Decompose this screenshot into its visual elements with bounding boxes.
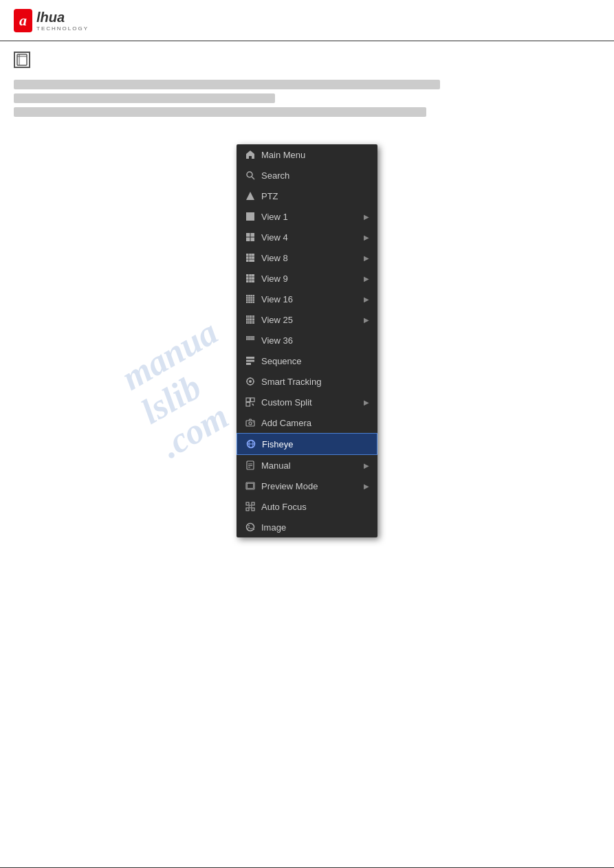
svg-rect-47 — [252, 315, 253, 317]
menu-label-view1: View 1 — [261, 212, 358, 222]
svg-rect-50 — [248, 318, 250, 319]
menu-item-view1[interactable]: View 1 ▶ — [237, 206, 377, 227]
svg-rect-14 — [246, 256, 249, 259]
arrow-view1: ▶ — [364, 213, 369, 221]
view36-icon — [245, 335, 256, 346]
svg-rect-27 — [252, 280, 254, 283]
arrow-view9: ▶ — [364, 275, 369, 282]
svg-rect-72 — [250, 336, 252, 337]
svg-rect-81 — [246, 339, 248, 340]
preview-mode-icon — [245, 480, 256, 491]
view1-icon — [245, 211, 256, 222]
svg-rect-26 — [249, 280, 252, 283]
svg-rect-36 — [246, 299, 248, 301]
svg-rect-70 — [248, 336, 249, 337]
svg-rect-40 — [246, 302, 248, 304]
svg-rect-71 — [249, 336, 250, 337]
logo-icon: a — [19, 12, 27, 30]
svg-rect-7 — [246, 233, 250, 237]
svg-rect-69 — [246, 336, 248, 337]
svg-rect-53 — [253, 318, 254, 319]
svg-rect-23 — [249, 277, 252, 280]
svg-rect-67 — [252, 322, 253, 324]
svg-rect-114 — [252, 502, 254, 505]
svg-rect-41 — [248, 302, 250, 304]
arrow-view4: ▶ — [364, 234, 369, 241]
svg-rect-57 — [252, 319, 253, 320]
svg-rect-29 — [248, 295, 250, 297]
note-icon — [14, 52, 30, 68]
text-lines — [0, 76, 614, 131]
svg-rect-75 — [246, 337, 248, 339]
menu-item-main-menu[interactable]: Main Menu — [237, 144, 377, 165]
menu-item-view25[interactable]: View 25 ▶ — [237, 309, 377, 330]
svg-rect-17 — [246, 260, 249, 263]
menu-item-view36[interactable]: View 36 — [237, 330, 377, 350]
menu-item-view4[interactable]: View 4 ▶ — [237, 227, 377, 247]
svg-rect-15 — [249, 256, 252, 259]
menu-label-custom-split: Custom Split — [261, 397, 358, 408]
menu-item-view9[interactable]: View 9 ▶ — [237, 268, 377, 289]
svg-rect-113 — [246, 502, 249, 505]
add-camera-icon — [245, 417, 256, 428]
menu-item-add-camera[interactable]: Add Camera — [237, 412, 377, 433]
svg-point-91 — [249, 380, 252, 383]
menu-item-auto-focus[interactable]: Auto Focus — [237, 496, 377, 517]
menu-item-manual[interactable]: Manual ▶ — [237, 455, 377, 476]
svg-point-119 — [248, 525, 250, 526]
svg-rect-18 — [249, 260, 254, 263]
menu-item-custom-split[interactable]: Custom Split ▶ — [237, 392, 377, 412]
menu-item-preview-mode[interactable]: Preview Mode ▶ — [237, 476, 377, 496]
menu-item-fisheye[interactable]: Fisheye — [237, 433, 377, 455]
svg-rect-44 — [246, 315, 248, 317]
menu-item-ptz[interactable]: PTZ — [237, 186, 377, 206]
menu-label-auto-focus: Auto Focus — [261, 502, 369, 512]
svg-rect-76 — [248, 337, 249, 339]
svg-rect-61 — [250, 321, 251, 322]
menu-label-view16: View 16 — [261, 294, 358, 304]
svg-rect-0 — [17, 54, 27, 65]
svg-rect-97 — [251, 398, 255, 402]
svg-rect-49 — [246, 318, 248, 319]
svg-rect-77 — [249, 337, 250, 339]
menu-label-image: Image — [261, 522, 369, 533]
text-line-2 — [14, 93, 275, 103]
header: a lhua TECHNOLOGY — [0, 0, 614, 41]
logo-brand: TECHNOLOGY — [36, 25, 89, 32]
svg-point-102 — [249, 422, 252, 425]
menu-item-view16[interactable]: View 16 ▶ — [237, 289, 377, 309]
svg-rect-25 — [246, 280, 249, 283]
svg-rect-19 — [246, 274, 249, 277]
svg-rect-84 — [250, 339, 252, 340]
menu-item-search[interactable]: Search — [237, 165, 377, 186]
arrow-view8: ▶ — [364, 254, 369, 262]
logo-text-area: lhua TECHNOLOGY — [34, 10, 89, 32]
svg-rect-68 — [253, 322, 254, 324]
svg-rect-28 — [246, 295, 248, 297]
svg-rect-34 — [250, 297, 252, 299]
svg-line-4 — [252, 177, 254, 179]
menu-item-view8[interactable]: View 8 ▶ — [237, 247, 377, 268]
svg-rect-13 — [252, 254, 254, 256]
svg-rect-112 — [248, 484, 254, 489]
menu-label-view25: View 25 — [261, 315, 358, 325]
svg-rect-115 — [246, 508, 249, 511]
svg-marker-5 — [246, 192, 254, 200]
svg-rect-116 — [252, 508, 254, 511]
menu-label-smart-tracking: Smart Tracking — [261, 377, 369, 387]
view9-icon — [245, 273, 256, 284]
arrow-view25: ▶ — [364, 316, 369, 324]
svg-rect-66 — [250, 322, 251, 324]
custom-split-icon — [245, 397, 256, 408]
text-line-3 — [14, 107, 426, 117]
menu-item-sequence[interactable]: Sequence — [237, 350, 377, 371]
menu-item-image[interactable]: Image — [237, 517, 377, 537]
menu-label-ptz: PTZ — [261, 191, 369, 201]
logo: a lhua TECHNOLOGY — [14, 9, 89, 32]
svg-point-117 — [249, 505, 252, 508]
image-icon — [245, 522, 256, 533]
sequence-icon — [245, 355, 256, 366]
svg-rect-89 — [246, 363, 251, 365]
svg-rect-43 — [253, 302, 255, 304]
menu-item-smart-tracking[interactable]: Smart Tracking — [237, 371, 377, 392]
